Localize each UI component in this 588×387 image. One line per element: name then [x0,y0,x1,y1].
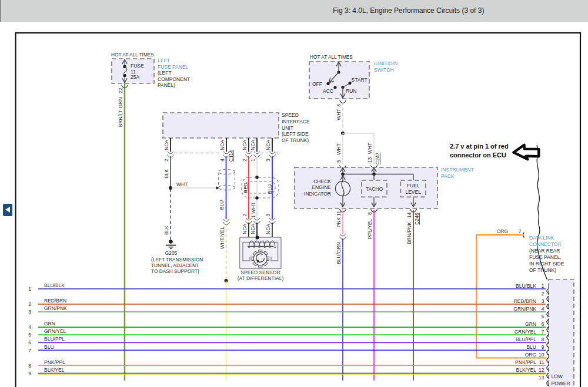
svg-text:8: 8 [367,212,373,215]
svg-text:BLU/PPL: BLU/PPL [516,336,536,342]
svg-text:3: 3 [265,159,271,161]
svg-text:2: 2 [163,159,169,161]
svg-text:(LEFT SIDE: (LEFT SIDE [282,131,309,137]
svg-text:11: 11 [539,359,544,365]
svg-text:POWER: POWER [552,381,570,386]
svg-text:ORG: ORG [525,352,536,358]
svg-text:25A: 25A [131,74,139,80]
svg-text:BLU: BLU [526,344,536,350]
svg-text:PPL/YEL: PPL/YEL [367,218,373,239]
svg-text:1: 1 [250,159,256,161]
svg-text:WHT: WHT [250,202,256,213]
svg-text:OFF: OFF [312,81,322,87]
svg-text:RED/BRN: RED/BRN [514,298,536,304]
svg-text:RED/BRN: RED/BRN [44,298,66,304]
svg-text:INSTRUMENT: INSTRUMENT [441,167,474,173]
svg-text:4: 4 [542,306,544,312]
svg-text:6: 6 [542,321,544,327]
svg-text:G205: G205 [165,250,178,256]
svg-text:GRN: GRN [525,321,536,327]
svg-text:C247: C247 [375,153,380,165]
svg-text:IN RIGHT SIDE: IN RIGHT SIDE [529,261,564,267]
svg-text:BLU/GRN: BLU/GRN [336,242,342,264]
svg-text:PANEL): PANEL) [158,82,175,88]
svg-text:9: 9 [28,371,31,376]
svg-text:BLU: BLU [44,344,54,350]
svg-text:4: 4 [219,159,225,161]
svg-text:NCA: NCA [219,140,225,150]
svg-text:BLK: BLK [163,226,169,235]
svg-text:C246: C246 [414,213,420,225]
svg-text:OF TRUNK): OF TRUNK) [282,137,309,143]
svg-text:11: 11 [336,211,342,216]
svg-text:14: 14 [406,213,412,218]
svg-text:BLU/PPL: BLU/PPL [44,336,65,342]
svg-text:BRN/LT GRN: BRN/LT GRN [118,97,123,127]
svg-text:INTERFACE: INTERFACE [282,119,310,124]
svg-text:(LEFT TRANSMISSION: (LEFT TRANSMISSION [151,257,203,263]
svg-text:13: 13 [367,157,373,163]
svg-text:12: 12 [539,367,544,373]
svg-text:LEVEL: LEVEL [405,189,421,195]
svg-text:connector on ECU: connector on ECU [450,152,506,159]
svg-text:6: 6 [336,103,342,106]
svg-text:COMPONENT: COMPONENT [158,76,190,82]
svg-text:5: 5 [542,314,544,319]
svg-text:(LEFT: (LEFT [158,70,172,76]
svg-text:START: START [352,77,368,83]
svg-text:BLU/BLK: BLU/BLK [516,283,536,289]
svg-text:22: 22 [118,88,123,93]
svg-text:SPEED SENSOR: SPEED SENSOR [240,270,280,275]
svg-text:6: 6 [28,339,31,345]
svg-text:ORG: ORG [497,228,508,234]
svg-text:NCA: NCA [242,140,248,150]
svg-text:5: 5 [336,160,342,163]
svg-text:C114: C114 [228,150,234,161]
svg-text:13: 13 [539,375,544,381]
svg-text:3: 3 [542,298,544,304]
svg-text:FUEL: FUEL [407,183,420,189]
svg-text:NCA: NCA [242,224,248,234]
svg-text:2: 2 [242,159,248,161]
svg-text:RED: RED [243,183,249,193]
svg-text:9: 9 [542,344,544,350]
svg-text:CONNECTOR: CONNECTOR [529,241,562,247]
svg-text:8: 8 [542,336,544,342]
svg-text:SPEED: SPEED [282,112,299,118]
svg-text:GRN/PNK: GRN/PNK [44,305,67,311]
svg-text:(NEAR REAR: (NEAR REAR [529,248,560,254]
svg-text:2: 2 [242,213,248,216]
svg-text:1: 1 [250,215,256,218]
svg-text:7: 7 [28,348,31,354]
svg-text:WHT: WHT [367,143,373,154]
svg-text:NCA: NCA [250,224,256,234]
svg-text:4: 4 [28,324,31,330]
svg-text:3: 3 [265,213,271,216]
svg-text:8: 8 [28,363,31,369]
svg-text:BLK/YEL: BLK/YEL [516,367,537,373]
svg-text:LEFT: LEFT [158,58,170,63]
svg-text:ACC: ACC [323,88,333,94]
svg-text:BLK/YEL: BLK/YEL [44,367,65,373]
svg-text:2: 2 [542,291,544,297]
svg-text:PNK/PPL: PNK/PPL [44,359,65,365]
svg-text:BLU/BLK: BLU/BLK [44,282,65,288]
svg-text:HOT AT ALL TIMES: HOT AT ALL TIMES [310,54,353,60]
svg-text:INDICATOR: INDICATOR [304,191,331,197]
svg-text:5: 5 [28,332,31,338]
svg-text:TACHO: TACHO [366,186,383,192]
svg-text:WHT: WHT [336,143,342,154]
svg-text:RUN: RUN [346,88,356,94]
svg-text:7: 7 [542,329,544,335]
svg-text:1: 1 [28,286,31,292]
svg-text:WHT: WHT [336,109,342,120]
svg-text:TUNNEL, ADJACENT: TUNNEL, ADJACENT [151,263,199,268]
svg-text:WHT: WHT [176,181,188,187]
svg-text:GRN/PNK: GRN/PNK [513,306,536,312]
svg-text:PACK: PACK [441,173,455,179]
svg-text:NCA: NCA [265,224,271,234]
svg-text:WHT/YEL: WHT/YEL [219,227,225,249]
svg-text:TO DASH SUPPORT): TO DASH SUPPORT) [151,268,199,274]
svg-text:(AT DIFFERENTIAL): (AT DIFFERENTIAL) [238,275,284,281]
svg-text:GRN/YEL: GRN/YEL [514,329,537,335]
